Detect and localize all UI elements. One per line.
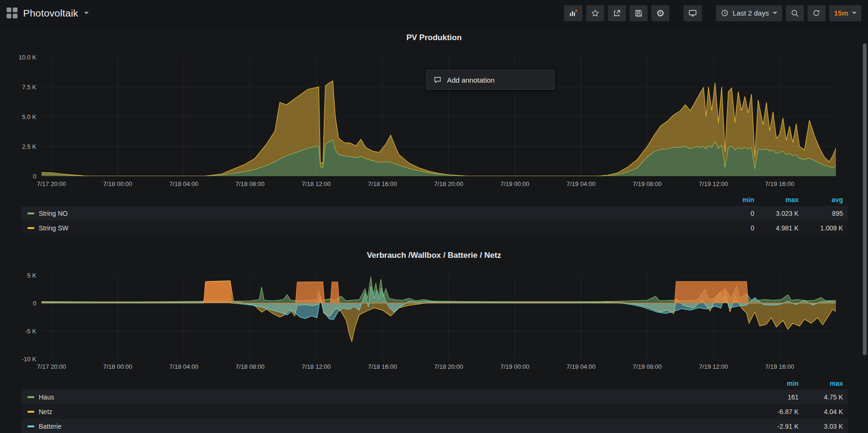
series-area-wallbox [42, 281, 836, 303]
x-axis-label: 7/18 04:00 [169, 180, 198, 187]
legend-series-toggle[interactable]: String SW [27, 224, 710, 232]
x-axis-label: 7/19 08:00 [633, 180, 662, 187]
add-annotation-menu-item[interactable]: Add annotation [426, 70, 555, 90]
series-color-line-icon [27, 411, 34, 413]
x-axis-label: 7/17 20:00 [37, 363, 66, 370]
series-color-line-icon [27, 396, 34, 398]
time-picker-button[interactable]: Last 2 days [716, 5, 782, 21]
legend-sort-max[interactable]: max [754, 196, 799, 204]
series-color-line-icon [27, 227, 34, 229]
legend-value-max: 4.04 K [799, 408, 843, 416]
monitor-icon [688, 8, 697, 17]
y-axis-label: 0 [33, 300, 36, 307]
time-range-label: Last 2 days [733, 9, 769, 17]
time-picker-caret [773, 12, 777, 14]
pv-produktion-legend: minmaxavgString NO03.023 K895String SW04… [22, 194, 848, 235]
legend-row: Haus1614.75 K [22, 390, 848, 404]
legend-series-toggle[interactable]: Haus [27, 393, 754, 401]
legend-row: String SW04.981 K1.009 K [22, 221, 848, 235]
legend-sort-max[interactable]: max [799, 380, 843, 387]
y-axis-label: 2.5 K [22, 143, 36, 150]
legend-sort-avg[interactable]: avg [799, 196, 843, 204]
star-icon [591, 9, 599, 17]
x-axis-label: 7/18 12:00 [302, 363, 330, 370]
share-icon [613, 9, 621, 17]
chart-canvas[interactable] [42, 275, 836, 359]
x-axis-label: 7/19 00:00 [500, 363, 529, 370]
refresh-button[interactable] [808, 5, 826, 21]
navbar-right: ⚙︎ Last 2 days 15m [564, 5, 861, 21]
comment-bubble-icon [433, 76, 442, 84]
series-label: Netz [39, 408, 52, 416]
legend-row: Netz-6.87 K4.04 K [22, 404, 848, 419]
x-axis-label: 7/19 08:00 [633, 363, 662, 370]
legend-header: minmax [22, 377, 848, 390]
legend-row: Batterie-2.91 K3.03 K [22, 419, 848, 433]
x-axis-label: 7/19 04:00 [566, 363, 595, 370]
dashboard-dropdown-caret[interactable] [84, 12, 89, 14]
panel-title-verbrauch[interactable]: Verbrauch /Wallbox / Batterie / Netz [0, 251, 868, 260]
x-axis-label: 7/18 12:00 [302, 180, 330, 187]
verbrauch-legend: minmaxHaus1614.75 KNetz-6.87 K4.04 KBatt… [22, 377, 848, 433]
dashboards-grid-icon[interactable] [7, 8, 17, 18]
magnifier-icon [791, 9, 799, 17]
save-button[interactable] [630, 5, 648, 21]
x-axis-label: 7/19 00:00 [500, 180, 529, 187]
dashboard-title[interactable]: Photovoltaik [23, 8, 78, 19]
scrollbar-thumb[interactable] [863, 43, 867, 355]
x-axis-label: 7/18 16:00 [368, 180, 397, 187]
x-axis-label: 7/18 08:00 [236, 363, 264, 370]
legend-series-toggle[interactable]: Netz [27, 408, 754, 416]
x-axis-label: 7/18 20:00 [434, 180, 463, 187]
legend-series-toggle[interactable]: String NO [27, 210, 710, 217]
series-label: Batterie [39, 423, 61, 430]
legend-series-toggle[interactable]: Batterie [27, 423, 754, 430]
series-color-line-icon [27, 212, 34, 214]
x-axis-label: 7/18 00:00 [103, 363, 132, 370]
series-label: String SW [39, 224, 68, 232]
legend-row: String NO03.023 K895 [22, 206, 848, 221]
legend-value-min: 0 [710, 224, 754, 232]
clock-icon [721, 9, 729, 17]
y-axis-label: 5.0 K [22, 113, 36, 120]
gear-icon: ⚙︎ [656, 8, 665, 18]
series-label: String NO [39, 210, 67, 217]
cycle-view-button[interactable] [683, 5, 702, 21]
legend-value-min: 161 [754, 393, 799, 401]
legend-value-min: 0 [710, 210, 754, 217]
legend-header: minmaxavg [22, 194, 848, 206]
zoom-out-button[interactable] [786, 5, 804, 21]
series-label: Haus [39, 393, 54, 401]
x-axis-label: 7/19 04:00 [566, 180, 595, 187]
y-axis-label: 0 [33, 173, 36, 180]
y-axis-label: 10.0 K [18, 54, 36, 61]
settings-button[interactable]: ⚙︎ [651, 5, 669, 21]
y-axis-label: 5 K [27, 272, 36, 279]
y-axis-label: -5 K [25, 328, 36, 335]
legend-sort-min[interactable]: min [754, 380, 799, 387]
y-axis-label: 7.5 K [22, 84, 36, 91]
legend-value-max: 3.03 K [799, 423, 843, 430]
save-icon [634, 9, 643, 17]
x-axis-label: 7/18 20:00 [434, 363, 463, 370]
legend-sort-min[interactable]: min [710, 196, 754, 204]
legend-value-avg: 895 [799, 210, 843, 217]
refresh-interval-button[interactable]: 15m [829, 5, 861, 21]
star-button[interactable] [586, 5, 604, 21]
x-axis-label: 7/19 16:00 [765, 363, 794, 370]
legend-value-max: 3.023 K [754, 210, 799, 217]
add-panel-button[interactable] [564, 5, 582, 21]
legend-value-min: -6.87 K [754, 408, 799, 416]
x-axis-label: 7/17 20:00 [37, 180, 66, 187]
x-axis-label: 7/19 12:00 [699, 363, 728, 370]
x-axis-label: 7/18 08:00 [236, 180, 264, 187]
verbrauch-chart[interactable]: 5 K0-5 K-10 K7/17 20:007/18 00:007/18 04… [42, 275, 836, 359]
series-color-line-icon [27, 425, 34, 427]
refresh-interval-caret [852, 12, 857, 14]
navbar: Photovoltaik ⚙︎ Last 2 days [0, 0, 868, 26]
legend-value-min: -2.91 K [754, 423, 799, 430]
x-axis-label: 7/19 12:00 [699, 180, 728, 187]
share-button[interactable] [608, 5, 626, 21]
panel-title-pv-produktion[interactable]: PV Produktion [0, 33, 868, 42]
legend-value-avg: 1.009 K [799, 224, 843, 232]
